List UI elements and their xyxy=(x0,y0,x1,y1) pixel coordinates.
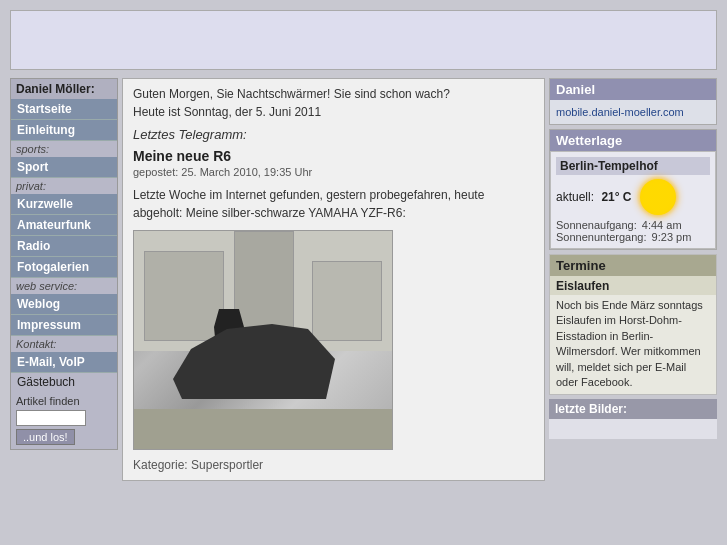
radio-button[interactable]: Radio xyxy=(11,236,117,257)
telegram-label: Letztes Telegramm: xyxy=(133,127,534,142)
article-category: Kategorie: Supersportler xyxy=(133,458,534,472)
privat-section-label: privat: xyxy=(11,178,117,194)
page-wrapper: Daniel Möller: Startseite Einleitung spo… xyxy=(0,0,727,545)
ad-banner xyxy=(10,10,717,70)
fotogalerien-button[interactable]: Fotogalerien xyxy=(11,257,117,278)
article-image xyxy=(133,230,393,450)
weather-sunrise: Sonnenaufgang: 4:44 am xyxy=(556,219,710,231)
building3 xyxy=(312,261,382,341)
einleitung-button[interactable]: Einleitung xyxy=(11,120,117,141)
user-name: Daniel xyxy=(550,79,716,100)
kurzwelle-button[interactable]: Kurzwelle xyxy=(11,194,117,215)
user-url-link[interactable]: mobile.daniel-moeller.com xyxy=(556,106,684,118)
street-bg xyxy=(134,409,392,449)
main-date: Heute ist Sonntag, der 5. Juni 2011 xyxy=(133,105,534,119)
weather-temp: 21° C xyxy=(601,190,631,204)
sidebar-owner: Daniel Möller: xyxy=(11,79,117,99)
building2 xyxy=(234,231,294,331)
weather-header: Wetterlage xyxy=(550,130,716,151)
user-url: mobile.daniel-moeller.com xyxy=(550,100,716,124)
letzte-bilder-section: letzte Bilder: xyxy=(549,399,717,439)
sport-button[interactable]: Sport xyxy=(11,157,117,178)
sun-icon xyxy=(640,179,676,215)
termine-header: Termine xyxy=(550,255,716,276)
termine-event-name: Eislaufen xyxy=(550,276,716,295)
weather-box: Berlin-Tempelhof aktuell: 21° C Sonnenau… xyxy=(550,151,716,249)
termine-section: Termine Eislaufen Noch bis Ende März son… xyxy=(549,254,717,395)
article-title: Meine neue R6 xyxy=(133,148,534,164)
web-service-label: web service: xyxy=(11,278,117,294)
main-layout: Daniel Möller: Startseite Einleitung spo… xyxy=(10,78,717,481)
letzte-bilder-content xyxy=(549,419,717,439)
article-body: Letzte Woche im Internet gefunden, geste… xyxy=(133,186,534,222)
weather-current-label-temp: aktuell: 21° C xyxy=(556,190,632,204)
weather-current-label: aktuell: xyxy=(556,190,594,204)
termine-event-desc: Noch bis Ende März sonntags Eislaufen im… xyxy=(550,295,716,394)
weather-current: aktuell: 21° C xyxy=(556,179,710,215)
sports-section-label: sports: xyxy=(11,141,117,157)
search-label: Artikel finden xyxy=(16,395,112,407)
kontakt-label: Kontakt: xyxy=(11,336,117,352)
weather-section: Wetterlage Berlin-Tempelhof aktuell: 21°… xyxy=(549,129,717,250)
weather-location: Berlin-Tempelhof xyxy=(556,157,710,175)
letzte-bilder-header: letzte Bilder: xyxy=(549,399,717,419)
impressum-button[interactable]: Impressum xyxy=(11,315,117,336)
search-button[interactable]: ..und los! xyxy=(16,429,75,445)
amateurfunk-button[interactable]: Amateurfunk xyxy=(11,215,117,236)
weather-sunset: Sonnenuntergang: 9:23 pm xyxy=(556,231,710,243)
user-section: Daniel mobile.daniel-moeller.com xyxy=(549,78,717,125)
sidebar-search: Artikel finden ..und los! xyxy=(11,391,117,449)
main-content: Guten Morgen, Sie Nachtschwärmer! Sie si… xyxy=(122,78,545,481)
gaestebuch-link[interactable]: Gästebuch xyxy=(11,373,117,391)
startseite-button[interactable]: Startseite xyxy=(11,99,117,120)
building1 xyxy=(144,251,224,341)
search-input[interactable] xyxy=(16,410,86,426)
email-voip-button[interactable]: E-Mail, VoIP xyxy=(11,352,117,373)
main-greeting: Guten Morgen, Sie Nachtschwärmer! Sie si… xyxy=(133,87,534,101)
sidebar: Daniel Möller: Startseite Einleitung spo… xyxy=(10,78,118,450)
article-meta: gepostet: 25. March 2010, 19:35 Uhr xyxy=(133,166,534,178)
right-panel: Daniel mobile.daniel-moeller.com Wetterl… xyxy=(549,78,717,439)
weblog-button[interactable]: Weblog xyxy=(11,294,117,315)
